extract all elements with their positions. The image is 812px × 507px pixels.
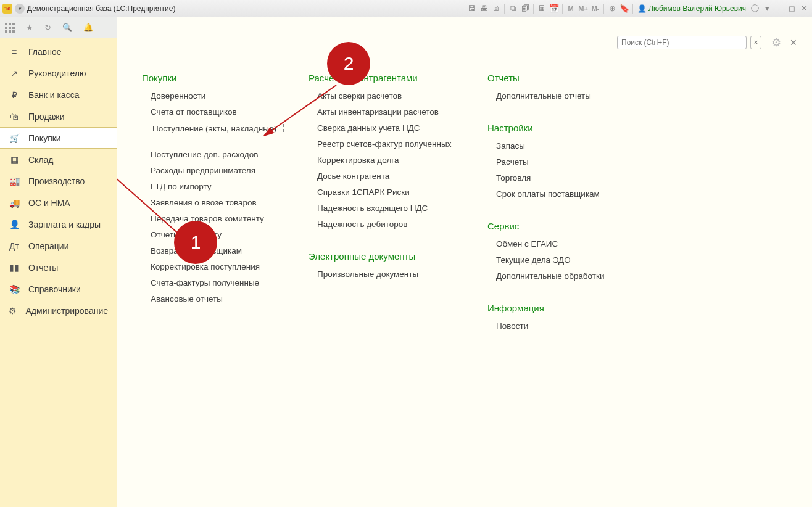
sidebar-item-production[interactable]: 🏭Производство — [0, 170, 117, 192]
link-vat-reconcile[interactable]: Сверка данных учета НДС — [317, 123, 463, 133]
copy-icon[interactable]: 🗐 — [520, 3, 531, 14]
search-clear-button[interactable]: × — [750, 36, 761, 49]
link-arbitrary-docs[interactable]: Произвольные документы — [317, 269, 463, 279]
link-vat-in-reliability[interactable]: Надежность входящего НДС — [317, 203, 463, 213]
link-invoices-received[interactable]: Счета-фактуры полученные — [151, 278, 284, 288]
user-icon: 👤 — [637, 4, 647, 13]
sidebar-item-os-nma[interactable]: 🚚ОС и НМА — [0, 192, 117, 213]
history-icon[interactable]: ↻ — [44, 23, 51, 32]
link-invoice-registry[interactable]: Реестр счетов-фактур полученных — [317, 139, 463, 149]
search-input[interactable] — [617, 36, 747, 49]
section-title-покупки[interactable]: Покупки — [142, 73, 284, 83]
bank-icon: ₽ — [9, 89, 20, 101]
content-area: ПокупкиДоверенностиСчета от поставщиковП… — [142, 73, 787, 501]
main-panel: × ⚙ ✕ ПокупкиДоверенностиСчета от постав… — [117, 17, 812, 507]
link-trade[interactable]: Торговля — [496, 173, 629, 183]
title-dropdown-icon[interactable]: ▾ — [15, 4, 25, 14]
sidebar-item-admin[interactable]: ⚙Администрирование — [0, 300, 117, 321]
bookmark-icon[interactable]: 🔖 — [619, 3, 630, 14]
link-inventory-acts[interactable]: Акты инвентаризации расчетов — [317, 107, 463, 117]
sidebar-item-salary[interactable]: 👤Зарплата и кадры — [0, 213, 117, 235]
link-gtd-import[interactable]: ГТД по импорту — [151, 181, 284, 192]
link-settlements[interactable]: Расчеты — [496, 157, 629, 167]
zoom-in-icon[interactable]: ⊕ — [607, 3, 618, 14]
help-icon[interactable]: ⓘ — [749, 3, 760, 14]
sidebar-item-catalogs[interactable]: 📚Справочники — [0, 278, 117, 300]
link-receipt-adjust[interactable]: Корректировка поступления — [151, 262, 284, 272]
sidebar-item-manager[interactable]: ↗Руководителю — [0, 62, 117, 84]
m-plus-button[interactable]: M+ — [578, 3, 589, 14]
link-spark-risks[interactable]: Справки 1СПАРК Риски — [317, 187, 463, 197]
dropdown-icon[interactable]: ▾ — [761, 3, 773, 14]
window-maximize-icon[interactable]: ◻ — [786, 3, 797, 14]
sidebar-item-purchases[interactable]: 🛒Покупки — [0, 127, 117, 149]
sales-icon: 🛍 — [9, 111, 20, 122]
sidebar-item-reports-nav[interactable]: ▮▮Отчеты — [0, 257, 117, 278]
link-egais[interactable]: Обмен с ЕГАИС — [496, 239, 629, 249]
search-icon[interactable]: 🔍 — [62, 23, 72, 32]
panel-close-icon[interactable]: ✕ — [790, 38, 797, 47]
admin-icon: ⚙ — [9, 305, 17, 316]
link-extra-cost[interactable]: Поступление доп. расходов — [151, 149, 284, 160]
section-title-информация[interactable]: Информация — [487, 303, 629, 313]
link-commitent-reports[interactable]: Отчеты комитенту — [151, 229, 284, 240]
link-receipt[interactable]: Поступление (акты, накладные) — [151, 123, 284, 134]
sidebar-item-sales[interactable]: 🛍Продажи — [0, 105, 117, 127]
link-edo[interactable]: Текущие дела ЭДО — [496, 255, 629, 265]
link-vendor-invoices[interactable]: Счета от поставщиков — [151, 107, 284, 117]
production-icon: 🏭 — [9, 176, 20, 187]
catalogs-icon: 📚 — [9, 284, 20, 295]
user-label[interactable]: 👤 Любимов Валерий Юрьевич — [636, 4, 748, 13]
section-title-сервис[interactable]: Сервис — [487, 221, 629, 231]
calc-icon[interactable]: 🖩 — [536, 3, 547, 14]
reports-nav-icon: ▮▮ — [9, 262, 20, 273]
sidebar-item-label: Администрирование — [26, 306, 109, 316]
os-nma-icon: 🚚 — [9, 197, 20, 208]
salary-icon: 👤 — [9, 219, 20, 230]
sidebar-item-label: Отчеты — [28, 263, 58, 273]
section-title-электронные-документы[interactable]: Электронные документы — [309, 251, 463, 262]
compare-icon[interactable]: ⧉ — [507, 3, 518, 14]
preview-icon[interactable]: 🗎 — [491, 3, 502, 14]
print-icon[interactable]: 🖶 — [478, 3, 489, 14]
sidebar-item-main[interactable]: ≡Главное — [0, 41, 117, 62]
favorite-star-icon[interactable]: ★ — [26, 23, 33, 32]
link-reconcile-acts[interactable]: Акты сверки расчетов — [317, 91, 463, 101]
window-title: Демонстрационная база (1С:Предприятие) — [27, 4, 175, 13]
link-proxy[interactable]: Доверенности — [151, 91, 284, 101]
section-title-отчеты[interactable]: Отчеты — [487, 73, 629, 83]
link-import-apps[interactable]: Заявления о ввозе товаров — [151, 197, 284, 208]
window-close-icon[interactable]: ✕ — [798, 3, 810, 14]
apps-grid-icon[interactable] — [5, 23, 15, 33]
window-minimize-icon[interactable]: — — [774, 3, 785, 14]
sidebar-item-bank[interactable]: ₽Банк и касса — [0, 84, 117, 105]
section-title-настройки[interactable]: Настройки — [487, 123, 629, 133]
link-returns[interactable]: Возвраты поставщикам — [151, 245, 284, 256]
separator — [533, 4, 534, 14]
separator — [603, 4, 604, 14]
link-payment-term[interactable]: Срок оплаты поставщикам — [496, 189, 629, 199]
save-icon[interactable]: 🖫 — [466, 3, 477, 14]
m-minus-button[interactable]: M- — [590, 3, 601, 14]
sidebar-item-warehouse[interactable]: ▦Склад — [0, 149, 117, 170]
calendar-icon[interactable]: 📅 — [549, 3, 560, 14]
sidebar-item-label: Операции — [28, 241, 69, 251]
settings-gear-icon[interactable]: ⚙ — [771, 36, 781, 49]
link-stocks[interactable]: Запасы — [496, 141, 629, 151]
link-debtor-reliability[interactable]: Надежность дебиторов — [317, 219, 463, 229]
m-button[interactable]: M — [565, 3, 576, 14]
link-transfer-goods[interactable]: Передача товаров комитенту — [151, 213, 284, 224]
column-1: ПокупкиДоверенностиСчета от поставщиковП… — [142, 73, 284, 501]
bell-icon[interactable]: 🔔 — [83, 23, 93, 32]
main-toolbar: × ⚙ ✕ — [117, 17, 812, 38]
link-entrepreneur-exp[interactable]: Расходы предпринимателя — [151, 165, 284, 176]
link-extra-reports[interactable]: Дополнительные отчеты — [496, 91, 629, 101]
sidebar-item-operations[interactable]: ДтОперации — [0, 235, 117, 257]
link-debt-adjust[interactable]: Корректировка долга — [317, 155, 463, 165]
window-title-bar: 1c ▾ Демонстрационная база (1С:Предприят… — [0, 0, 812, 17]
link-dossier[interactable]: Досье контрагента — [317, 171, 463, 181]
section-title-расчеты-с-контрагентами[interactable]: Расчеты с контрагентами — [309, 73, 463, 83]
link-news[interactable]: Новости — [496, 321, 629, 331]
link-advance-reports[interactable]: Авансовые отчеты — [151, 294, 284, 304]
link-extra-proc[interactable]: Дополнительные обработки — [496, 271, 629, 281]
